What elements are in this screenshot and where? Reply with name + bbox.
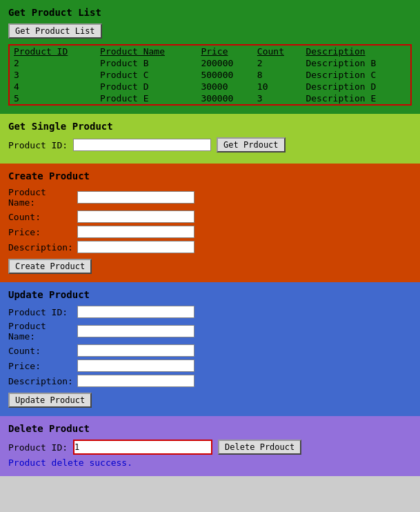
- create-name-label: Product Name:: [8, 187, 77, 208]
- delete-id-label: Product ID:: [8, 442, 68, 453]
- update-id-input[interactable]: [77, 306, 194, 318]
- create-product-button[interactable]: Create Product: [8, 259, 92, 274]
- create-product-section: Create Product Product Name: Count: Pric…: [0, 164, 420, 282]
- table-cell-price: 200000: [197, 57, 252, 69]
- table-cell-id: 4: [9, 81, 96, 92]
- create-desc-row: Description:: [8, 241, 412, 253]
- delete-row: Product ID: Delete Prdouct: [8, 440, 412, 455]
- update-price-input[interactable]: [77, 360, 194, 372]
- table-row: 4Product D3000010Description D: [9, 81, 411, 92]
- get-single-input[interactable]: [73, 139, 211, 151]
- table-header-row: Product ID Product Name Price Count Desc…: [9, 45, 411, 57]
- table-cell-price: 500000: [197, 69, 252, 81]
- section3-title: Create Product: [8, 170, 412, 181]
- get-single-row: Product ID: Get Prdouct: [8, 137, 412, 152]
- delete-input-wrapper: [73, 440, 212, 455]
- table-cell-name: Product B: [96, 57, 197, 69]
- delete-product-button[interactable]: Delete Prdouct: [218, 440, 301, 455]
- product-id-label: Product ID:: [8, 140, 68, 150]
- col-header-desc: Description: [301, 45, 411, 57]
- table-cell-price: 300000: [197, 92, 252, 105]
- create-name-input[interactable]: [77, 191, 194, 204]
- table-cell-description: Description C: [301, 69, 411, 81]
- create-desc-input[interactable]: [77, 241, 194, 253]
- update-desc-row: Description:: [8, 375, 412, 387]
- create-price-input[interactable]: [77, 226, 194, 238]
- create-count-label: Count:: [8, 212, 77, 222]
- update-count-input[interactable]: [77, 344, 194, 357]
- col-header-price: Price: [197, 45, 252, 57]
- update-product-button[interactable]: Update Product: [8, 393, 92, 408]
- product-table: Product ID Product Name Price Count Desc…: [8, 44, 412, 106]
- col-header-name: Product Name: [96, 45, 197, 57]
- create-price-label: Price:: [8, 227, 77, 237]
- update-id-row: Product ID:: [8, 306, 412, 318]
- table-cell-count: 10: [253, 81, 302, 92]
- table-row: 2Product B2000002Description B: [9, 57, 411, 69]
- table-cell-description: Description E: [301, 92, 411, 105]
- update-name-input[interactable]: [77, 325, 194, 337]
- table-cell-description: Description B: [301, 57, 411, 69]
- get-product-list-button[interactable]: Get Product List: [8, 23, 102, 39]
- table-cell-name: Product C: [96, 69, 197, 81]
- delete-success-text: Product delete success.: [8, 457, 412, 468]
- table-cell-id: 5: [9, 92, 96, 105]
- section5-title: Delete Product: [8, 423, 412, 434]
- table-cell-count: 3: [253, 92, 302, 105]
- update-name-row: Product Name:: [8, 321, 412, 342]
- update-price-label: Price:: [8, 361, 77, 371]
- delete-product-section: Delete Product Product ID: Delete Prdouc…: [0, 416, 420, 476]
- table-cell-count: 2: [253, 57, 302, 69]
- create-price-row: Price:: [8, 226, 412, 238]
- get-product-list-section: Get Product List Get Product List Produc…: [0, 0, 420, 114]
- update-count-row: Count:: [8, 344, 412, 357]
- table-cell-name: Product E: [96, 92, 197, 105]
- table-cell-id: 3: [9, 69, 96, 81]
- delete-id-input[interactable]: [74, 441, 211, 453]
- create-desc-label: Description:: [8, 242, 77, 253]
- section2-title: Get Single Product: [8, 121, 412, 132]
- get-single-product-section: Get Single Product Product ID: Get Prdou…: [0, 114, 420, 164]
- update-id-label: Product ID:: [8, 307, 77, 317]
- table-row: 5Product E3000003Description E: [9, 92, 411, 105]
- col-header-count: Count: [253, 45, 302, 57]
- update-count-label: Count:: [8, 346, 77, 356]
- table-cell-name: Product D: [96, 81, 197, 92]
- update-desc-label: Description:: [8, 376, 77, 386]
- create-count-input[interactable]: [77, 210, 194, 223]
- section1-title: Get Product List: [8, 7, 412, 18]
- table-cell-count: 8: [253, 69, 302, 81]
- table-row: 3Product C5000008Description C: [9, 69, 411, 81]
- create-count-row: Count:: [8, 210, 412, 223]
- table-cell-id: 2: [9, 57, 96, 69]
- section4-title: Update Product: [8, 289, 412, 300]
- update-desc-input[interactable]: [77, 375, 194, 387]
- update-price-row: Price:: [8, 360, 412, 372]
- get-single-button[interactable]: Get Prdouct: [217, 137, 285, 152]
- table-cell-price: 30000: [197, 81, 252, 92]
- update-product-section: Update Product Product ID: Product Name:…: [0, 282, 420, 416]
- table-cell-description: Description D: [301, 81, 411, 92]
- update-name-label: Product Name:: [8, 321, 77, 342]
- create-name-row: Product Name:: [8, 187, 412, 208]
- col-header-id: Product ID: [9, 45, 96, 57]
